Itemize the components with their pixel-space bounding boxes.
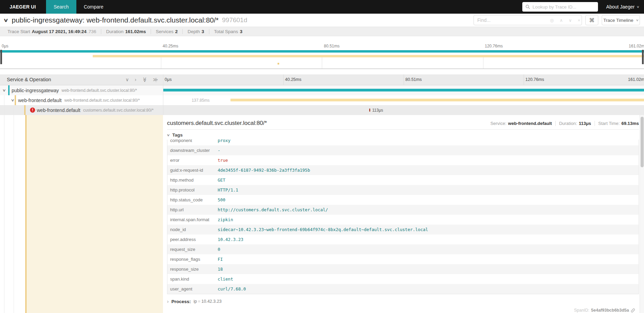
tag-row: http.methodGET (167, 175, 639, 185)
clear-find-icon[interactable]: × (578, 18, 580, 23)
minimap-canvas[interactable] (0, 49, 644, 69)
detail-span-title: customers.default.svc.cluster.local:80/* (167, 120, 267, 127)
summary-trace-start: Trace Start August 17 2021, 16:49:24 .73… (3, 29, 101, 34)
process-section-toggle[interactable]: › Process: ip=10.42.3.23 (167, 299, 639, 304)
span-timeline-cell[interactable]: 137.85ms (163, 95, 644, 105)
span-id-value: 5e4af93bcb6b3d5a (591, 308, 629, 313)
span-bar-error-tick[interactable] (369, 109, 370, 112)
collapse-one-icon[interactable]: ∨ (125, 76, 129, 83)
span-timeline-cell[interactable]: 113μs (163, 105, 644, 115)
span-detail-panel: customers.default.svc.cluster.local:80/*… (0, 115, 644, 313)
minimap-right-scrubber[interactable] (642, 50, 644, 64)
trace-title-bar: ∨ public-ingressgateway: web-frontend.de… (0, 14, 644, 27)
tags-section-toggle[interactable]: ∨ Tags (167, 130, 639, 140)
collapse-trace-chevron-icon[interactable]: ∨ (3, 17, 8, 23)
focus-match-icon[interactable]: ◎ (550, 18, 554, 23)
indent-guide (4, 115, 4, 313)
minimap-left-scrubber[interactable] (0, 50, 2, 64)
span-table-header: Service & Operation ∨ › ≫ ≫ 0μs 40.25ms … (0, 74, 644, 85)
minimap-tick-2: 80.51ms (324, 44, 340, 48)
next-match-icon[interactable]: ∨ (569, 18, 572, 23)
find-box: ◎ ∧ ∨ × (474, 15, 582, 25)
scrollbar-thumb[interactable] (641, 117, 644, 167)
indent-guide (4, 105, 4, 115)
deep-link-icon[interactable] (631, 308, 635, 313)
detail-scrollbar[interactable] (640, 115, 644, 313)
span-row-public-ingressgateway[interactable]: ∨ public-ingressgateway web-frontend.def… (0, 85, 644, 95)
trace-lookup-box[interactable] (522, 2, 598, 12)
minimap-span-bar-1 (93, 55, 644, 57)
tab-search[interactable]: Search (46, 0, 76, 14)
tag-row: request_size0 (167, 244, 639, 254)
tag-row: errortrue (167, 155, 639, 165)
detail-header[interactable]: customers.default.svc.cluster.local:80/*… (167, 115, 639, 130)
trace-lookup-input[interactable] (522, 2, 598, 12)
tags-table-viewport[interactable]: componentproxy downstream_cluster- error… (167, 140, 639, 294)
chevron-down-icon[interactable]: ∨ (2, 88, 6, 93)
expand-one-icon[interactable]: › (135, 76, 136, 83)
minimap-gridline (322, 56, 322, 69)
header-gridline (404, 74, 404, 85)
detail-duration: Duration: 113μs (555, 121, 595, 126)
timeline-tick-0: 0μs (165, 77, 171, 82)
trace-view-select[interactable]: Trace Timeline ∨ (602, 15, 640, 25)
tag-row: user_agentcurl/7.68.0 (167, 284, 639, 294)
service-color-accent (15, 95, 16, 105)
app-logo[interactable]: JAEGER UI (0, 0, 46, 14)
service-color-accent (8, 85, 10, 95)
chevron-down-icon[interactable]: ∨ (11, 98, 14, 102)
collapse-controls: ∨ › ≫ ≫ (125, 76, 158, 83)
detail-start-time: Start Time: 69.13ms (595, 121, 639, 126)
summary-services: Services 2 (151, 29, 182, 34)
span-id-footer: SpanID: 5e4af93bcb6b3d5a (574, 308, 635, 313)
tab-compare[interactable]: Compare (76, 0, 111, 14)
timeline-tick-4: 161.02ms (628, 77, 644, 82)
column-resize-grip[interactable] (155, 77, 157, 82)
detail-content: customers.default.svc.cluster.local:80/*… (167, 115, 639, 313)
keyboard-shortcuts-button[interactable]: ⌘ (585, 15, 598, 25)
tag-row: response_flagsFI (167, 254, 639, 264)
tags-section-label: Tags (172, 132, 183, 138)
tag-row: http.status_code500 (167, 195, 639, 205)
nav-right: About Jaeger ∨ (522, 0, 644, 14)
indent-guide (14, 115, 14, 313)
about-jaeger-menu[interactable]: About Jaeger ∨ (606, 4, 639, 10)
trace-summary-bar: Trace Start August 17 2021, 16:49:24 .73… (0, 27, 644, 36)
tag-row: componentproxy (167, 140, 639, 145)
indent-guide (4, 95, 4, 105)
trace-title: public-ingressgateway: web-frontend.defa… (12, 16, 219, 24)
minimap-tick-1: 40.25ms (163, 44, 178, 48)
trace-id: 997601d (222, 16, 247, 24)
span-name-cell: ∨ web-frontend.default web-frontend.defa… (0, 95, 163, 105)
span-bar[interactable] (163, 89, 644, 91)
service-name: web-frontend.default (37, 108, 80, 113)
span-bar[interactable] (230, 99, 644, 101)
process-label: Process: (171, 299, 191, 304)
tag-row: guid:x-request-id4de3455f-6187-9492-836b… (167, 165, 639, 175)
service-operation-header: Service & Operation (7, 77, 51, 82)
minimap-tick-3: 120.76ms (485, 44, 503, 48)
header-gridline (283, 74, 284, 85)
chevron-down-icon: ∨ (167, 133, 170, 137)
service-name: public-ingressgateway (12, 88, 59, 93)
span-name-cell: ∨ public-ingressgateway web-frontend.def… (0, 85, 163, 95)
minimap-gridline (161, 56, 161, 69)
minimap-span-bar-0 (0, 50, 644, 53)
span-row-web-frontend-error[interactable]: ! web-frontend.default customers.default… (0, 105, 644, 115)
span-rows: ∨ public-ingressgateway web-frontend.def… (0, 85, 644, 115)
span-timeline-cell[interactable] (163, 85, 644, 95)
header-gridline (524, 74, 524, 85)
prev-match-icon[interactable]: ∧ (559, 18, 563, 23)
tag-row: peer.address10.42.3.23 (167, 234, 639, 244)
collapse-all-icon[interactable]: ≫ (141, 77, 148, 82)
chevron-right-icon: › (167, 299, 169, 304)
summary-duration: Duration 161.02ms (101, 29, 151, 34)
find-input[interactable] (474, 17, 547, 23)
operation-name: customers.default.svc.cluster.local:80/* (83, 108, 154, 113)
summary-total-spans: Total Spans 3 (209, 29, 247, 34)
detail-meta: Service: web-frontend.default Duration: … (487, 121, 639, 126)
minimap-tick-0: 0μs (2, 44, 9, 48)
jaeger-trace-page: JAEGER UI Search Compare About Jaeger ∨ … (0, 0, 644, 313)
tag-row: span.kindclient (167, 274, 639, 284)
span-row-web-frontend[interactable]: ∨ web-frontend.default web-frontend.defa… (0, 95, 644, 105)
